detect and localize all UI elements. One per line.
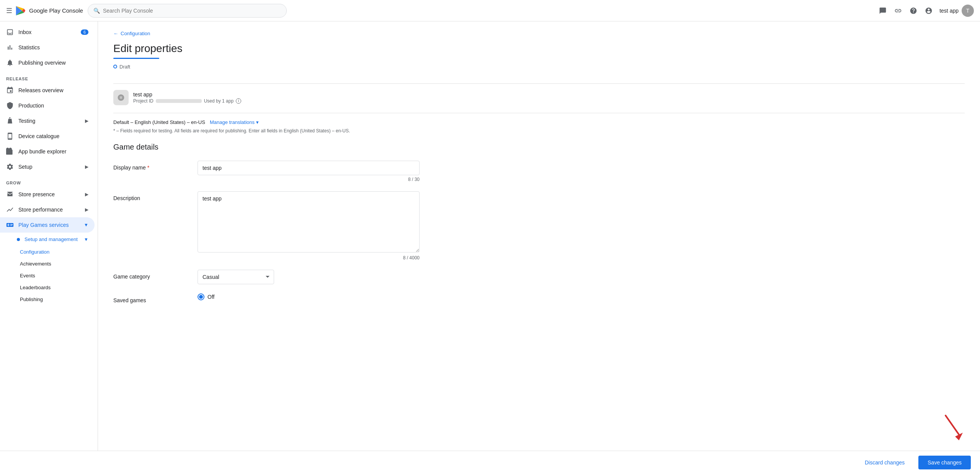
setup-icon [6, 163, 14, 171]
achievements-label: Achievements [20, 261, 51, 267]
breadcrumb-arrow-icon: ← [113, 31, 118, 36]
app-bundle-label: App bundle explorer [18, 148, 66, 155]
description-row: Description test app 8 / 4000 [113, 191, 965, 261]
play-games-label: Play Games services [18, 222, 69, 228]
manage-translations-chevron-icon: ▾ [256, 119, 259, 125]
store-performance-label: Store performance [18, 207, 63, 213]
draft-dot-icon [113, 65, 117, 68]
display-name-row: Display name * 8 / 30 [113, 161, 965, 182]
grow-section-label: Grow [0, 174, 98, 187]
sidebar-item-production[interactable]: Production [0, 98, 95, 113]
sidebar-item-device-catalogue[interactable]: Device catalogue [0, 129, 95, 144]
testing-icon [6, 117, 14, 125]
search-bar[interactable]: 🔍 [88, 4, 287, 18]
sidebar-item-achievements[interactable]: Achievements [20, 258, 98, 270]
inbox-badge: 6 [81, 29, 88, 35]
production-icon [6, 102, 14, 109]
setup-label: Setup [18, 164, 33, 170]
sidebar-item-leaderboards[interactable]: Leaderboards [20, 282, 98, 293]
inbox-label: Inbox [18, 29, 31, 35]
project-id-label: Project ID [133, 98, 154, 104]
saved-games-row: Saved games Off [113, 293, 965, 303]
hamburger-icon[interactable]: ☰ [6, 7, 12, 15]
configuration-sub-group: Configuration Achievements Events Leader… [11, 246, 98, 305]
sidebar-item-events[interactable]: Events [20, 270, 98, 282]
bundle-icon [6, 148, 14, 155]
play-store-logo-icon [15, 5, 26, 16]
radio-inner-icon [199, 295, 203, 299]
store-performance-expand-icon: ▶ [85, 207, 88, 212]
search-icon: 🔍 [93, 8, 100, 14]
help-icon[interactable] [909, 6, 918, 15]
display-name-field: 8 / 30 [198, 161, 420, 182]
store-presence-label: Store presence [18, 191, 55, 197]
sidebar-item-publishing[interactable]: Publishing [20, 293, 98, 305]
app-icon [113, 90, 129, 105]
display-name-label: Display name * [113, 161, 198, 171]
manage-translations-button[interactable]: Manage translations ▾ [210, 119, 259, 125]
setup-mgmt-dot [17, 238, 20, 241]
divider-1 [113, 83, 965, 84]
production-label: Production [18, 103, 44, 109]
sidebar-item-configuration[interactable]: Configuration [20, 246, 98, 258]
topbar: ☰ Google Play Console 🔍 test app T [0, 0, 980, 21]
performance-icon [6, 206, 14, 213]
statistics-label: Statistics [18, 44, 40, 50]
manage-translations-label: Manage translations [210, 119, 255, 125]
display-name-input[interactable] [198, 161, 420, 175]
account-icon[interactable] [924, 6, 933, 15]
language-row: Default – English (United States) – en-U… [113, 119, 965, 125]
sidebar-item-inbox[interactable]: Inbox 6 [0, 24, 95, 40]
game-category-row: Game category CasualActionAdventureArcad… [113, 270, 965, 284]
draft-label: Draft [119, 64, 130, 70]
game-details-title: Game details [113, 143, 965, 151]
logo[interactable]: ☰ Google Play Console [6, 5, 83, 16]
app-name-label: test app [939, 8, 959, 14]
bottom-bar: Discard changes Save changes [0, 451, 980, 474]
play-games-expand-icon: ▼ [84, 222, 88, 228]
sidebar-item-play-games[interactable]: Play Games services ▼ [0, 217, 95, 233]
description-label: Description [113, 191, 198, 201]
save-changes-button[interactable]: Save changes [918, 456, 971, 469]
events-label: Events [20, 273, 35, 279]
sidebar-item-store-performance[interactable]: Store performance ▶ [0, 202, 95, 217]
display-name-count: 8 / 30 [198, 177, 420, 182]
main-content: ← Configuration Edit properties Draft te… [98, 21, 980, 451]
sidebar-item-setup[interactable]: Setup ▶ [0, 159, 95, 174]
link-icon[interactable] [893, 6, 903, 15]
description-field: test app 8 / 4000 [198, 191, 420, 261]
game-category-label: Game category [113, 270, 198, 280]
sidebar-item-publishing-overview[interactable]: Publishing overview [0, 55, 95, 70]
sidebar-item-releases-overview[interactable]: Releases overview [0, 83, 95, 98]
display-name-required: * [147, 165, 149, 171]
info-icon[interactable]: i [236, 98, 241, 104]
used-by-label: Used by 1 app [204, 98, 234, 104]
sidebar-item-setup-management[interactable]: Setup and management ▼ [11, 233, 95, 246]
lang-default-label: Default – English (United States) – en-U… [113, 119, 205, 125]
notification-icon[interactable] [878, 6, 887, 15]
store-icon [6, 191, 14, 198]
releases-icon [6, 86, 14, 94]
app-selector[interactable]: test app T [939, 5, 974, 17]
search-input[interactable] [103, 8, 281, 14]
setup-management-group: Setup and management ▼ Configuration Ach… [0, 233, 98, 305]
setup-management-label: Setup and management [24, 236, 78, 242]
topbar-right: test app T [878, 5, 974, 17]
breadcrumb[interactable]: ← Configuration [113, 31, 965, 36]
description-textarea[interactable]: test app [198, 191, 420, 252]
sidebar-item-statistics[interactable]: Statistics [0, 40, 95, 55]
discard-changes-button[interactable]: Discard changes [856, 456, 914, 469]
title-underline [113, 58, 159, 59]
project-id-row: Project ID Used by 1 app i [133, 98, 241, 104]
sidebar-item-testing[interactable]: Testing ▶ [0, 113, 95, 129]
avatar: T [962, 5, 974, 17]
saved-games-value: Off [207, 294, 214, 300]
sidebar-item-store-presence[interactable]: Store presence ▶ [0, 187, 95, 202]
sidebar: Inbox 6 Statistics Publishing overview R… [0, 21, 98, 451]
radio-circle-icon [198, 293, 204, 300]
game-category-field: CasualActionAdventureArcadeBoardCardCasi… [198, 270, 420, 284]
sidebar-item-app-bundle[interactable]: App bundle explorer [0, 144, 95, 159]
game-category-select[interactable]: CasualActionAdventureArcadeBoardCardCasi… [198, 270, 274, 284]
release-section-label: Release [0, 70, 98, 83]
saved-games-radio[interactable]: Off [198, 293, 420, 300]
